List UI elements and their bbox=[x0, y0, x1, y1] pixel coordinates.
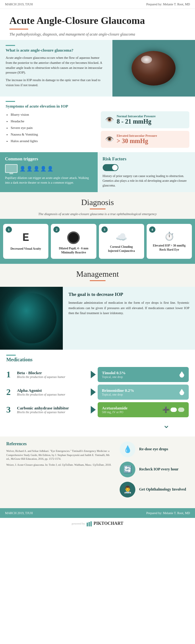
med-drug-name-3: Acetazolamide bbox=[102, 406, 128, 411]
recheck-icon: 🔄 bbox=[123, 465, 132, 474]
diag-card-2: 2 Dilated Pupil, 4 - 6 mm Minimally Reac… bbox=[51, 224, 96, 259]
med-num-2: 2 bbox=[6, 387, 14, 397]
symptom-4: Nausea & Vomiting bbox=[11, 131, 95, 138]
management-goal: The goal is to decrease IOP bbox=[68, 292, 189, 297]
pill-icon bbox=[171, 408, 177, 412]
management-content: The goal is to decrease IOP Immediate ad… bbox=[0, 287, 195, 350]
top-bar: MARCH 2019, TJUH Prepared by: Melanie T.… bbox=[0, 0, 195, 9]
action-item-3: 👨‍⚕️ Get Ophthalmology Involved bbox=[120, 482, 189, 497]
diagnosis-cards: 1 E Decreased Visual Acuity 2 Dilated Pu… bbox=[0, 219, 195, 264]
management-eye-inner bbox=[6, 293, 57, 343]
reference-1: Wolver, Richard A. and Srikar Adhikari. … bbox=[6, 449, 113, 461]
med-desc-1: Blocks the production of aqueous humor bbox=[17, 375, 65, 379]
medications-line bbox=[6, 355, 16, 356]
diagnosis-title: Diagnosis bbox=[9, 198, 186, 207]
iop-normal-value: 8 - 21 mmHg bbox=[117, 118, 156, 125]
drop-icon-2 bbox=[179, 389, 184, 395]
med-drug-info-1: Timolol 0.5% Topical, one drop bbox=[102, 370, 126, 379]
cloud-icon: ☁️ bbox=[101, 231, 142, 242]
drop-icon-1 bbox=[179, 371, 184, 378]
symptom-2: Headache bbox=[11, 118, 95, 125]
symptoms-line bbox=[6, 101, 15, 102]
gauge-icon: ⏱️ bbox=[149, 231, 189, 241]
med-arrow-3 bbox=[89, 402, 98, 417]
iv-drop-icon: ➕ bbox=[162, 406, 169, 413]
diagnosis-subtitle: The diagnosis of acute angle-closure gla… bbox=[9, 212, 186, 216]
med-info-2: Alpha Agonist Blocks the production of a… bbox=[17, 388, 65, 396]
med-arrow-1 bbox=[89, 367, 98, 382]
bottom-bar-left: MARCH 2019, TJUH bbox=[5, 511, 33, 515]
symptom-3: Severe eye pain bbox=[11, 125, 95, 131]
med-drug-detail-3: 500 mg, IV or PO bbox=[102, 411, 128, 414]
management-text: The goal is to decrease IOP Immediate ad… bbox=[63, 287, 195, 350]
med-desc-3: Blocks the production of aqueous humor bbox=[17, 411, 69, 414]
chevron-right-icon-2 bbox=[91, 388, 96, 396]
svg-rect-1 bbox=[89, 522, 90, 526]
med-info-3: Carbonic anhydrase inhibitor Blocks the … bbox=[17, 406, 69, 414]
med-row-3: 3 Carbonic anhydrase inhibitor Blocks th… bbox=[6, 402, 189, 417]
hero-underline bbox=[9, 29, 28, 30]
bottom-bar-right: Prepared by: Melanie T. Root, MD bbox=[146, 511, 190, 515]
med-drug-name-1: Timolol 0.5% bbox=[102, 370, 126, 375]
references-col: References Wolver, Richard A. and Srikar… bbox=[6, 441, 120, 502]
diagnosis-underline bbox=[90, 208, 106, 209]
eye-circle-decoration bbox=[132, 51, 176, 86]
med-name-3: Carbonic anhydrase inhibitor bbox=[17, 406, 69, 411]
triggers-description: Pupillary dilation can trigger an acute-… bbox=[5, 175, 93, 185]
eye-image bbox=[112, 40, 195, 97]
people-icons: 👤 👤 👤 👤 👤 bbox=[19, 166, 53, 172]
person-icon-3: 👤 bbox=[33, 166, 40, 172]
diag-num-2: 2 bbox=[53, 226, 60, 233]
risk-toggle-icon bbox=[103, 164, 118, 171]
symptoms-title: Symptoms of acute elevation in IOP bbox=[6, 104, 189, 109]
action-text-3: Get Ophthalmology Involved bbox=[139, 487, 186, 492]
triggers-risk-section: Common triggers 👤 👤 👤 👤 👤 Pupillary dila… bbox=[0, 152, 195, 192]
iop-normal-card: 👁️ Normal Intraocular Pressure 8 - 21 mm… bbox=[101, 111, 190, 128]
person-icon-2: 👤 bbox=[26, 166, 33, 172]
risk-description: History of prior surgery can cause scari… bbox=[103, 174, 190, 188]
med-right-1: Timolol 0.5% Topical, one drop bbox=[98, 367, 189, 382]
med-row-1: 1 Beta - Blocker Blocks the production o… bbox=[6, 367, 189, 382]
monitor-icon bbox=[5, 164, 18, 173]
diag-label-3: Corneal Clouding Injected Conjunctiva bbox=[101, 245, 142, 253]
med-desc-2: Blocks the production of aqueous humor bbox=[17, 393, 65, 396]
chevron-right-icon-3 bbox=[91, 406, 96, 414]
diagnosis-header: Diagnosis The diagnosis of acute angle-c… bbox=[0, 192, 195, 219]
powered-by-text: powered by bbox=[72, 522, 85, 525]
diag-label-2: Dilated Pupil, 4 - 6 mm Minimally Reacti… bbox=[53, 247, 94, 255]
medications-title: Medications bbox=[6, 357, 189, 363]
management-title: Management bbox=[9, 269, 186, 279]
piktochart-logo: PIKTOCHART bbox=[87, 521, 123, 526]
iop-normal-label: Normal Intraocular Pressure bbox=[117, 114, 156, 118]
svg-rect-2 bbox=[90, 521, 92, 526]
acetazolamide-icons: ➕ bbox=[162, 406, 184, 413]
iop-normal-icon: 👁️ bbox=[105, 116, 114, 124]
iop-elevated-card: 👁️ Elevated Intraocular Pressure > 30 mm… bbox=[101, 131, 190, 148]
section-line bbox=[6, 45, 15, 46]
action-item-2: 🔄 Recheck IOP every hour bbox=[120, 462, 189, 477]
iop-elevated-value: > 30 mmHg bbox=[117, 137, 157, 145]
triggers-title: Common triggers bbox=[5, 157, 93, 162]
top-bar-right: Prepared by: Melanie T. Root, MD bbox=[146, 3, 190, 6]
person-icon-1: 👤 bbox=[19, 166, 26, 172]
ophtho-icon-wrap: 👨‍⚕️ bbox=[120, 482, 135, 497]
recheck-icon-wrap: 🔄 bbox=[120, 462, 135, 477]
risk-box: Risk Factors History of prior surgery ca… bbox=[98, 152, 195, 192]
med-right-3: Acetazolamide 500 mg, IV or PO ➕ bbox=[98, 402, 189, 417]
diag-card-3: 3 ☁️ Corneal Clouding Injected Conjuncti… bbox=[99, 224, 144, 259]
ophtho-icon: 👨‍⚕️ bbox=[123, 486, 132, 494]
chevron-right-icon-1 bbox=[91, 371, 96, 378]
med-left-1: 1 Beta - Blocker Blocks the production o… bbox=[6, 367, 89, 382]
triggers-box: Common triggers 👤 👤 👤 👤 👤 Pupillary dila… bbox=[0, 152, 98, 192]
action-item-1: 💧 Re-dose eye drops bbox=[120, 441, 189, 457]
what-title: What is acute angle-closure glaucoma? bbox=[6, 48, 107, 53]
what-para1: Acute angle-closure glaucoma occurs when… bbox=[6, 55, 107, 75]
down-arrow-icon: ⌄ bbox=[163, 420, 170, 430]
med-right-2: Brimonidine 0.2% Topical, one drop bbox=[98, 385, 189, 400]
iop-normal-info: Normal Intraocular Pressure 8 - 21 mmHg bbox=[117, 114, 156, 125]
references-title: References bbox=[6, 441, 113, 447]
redose-icon: 💧 bbox=[123, 445, 132, 453]
redose-icon-wrap: 💧 bbox=[120, 441, 135, 457]
med-name-1: Beta - Blocker bbox=[17, 370, 65, 375]
symptoms-ul: Blurry vision Headache Severe eye pain N… bbox=[6, 111, 95, 144]
